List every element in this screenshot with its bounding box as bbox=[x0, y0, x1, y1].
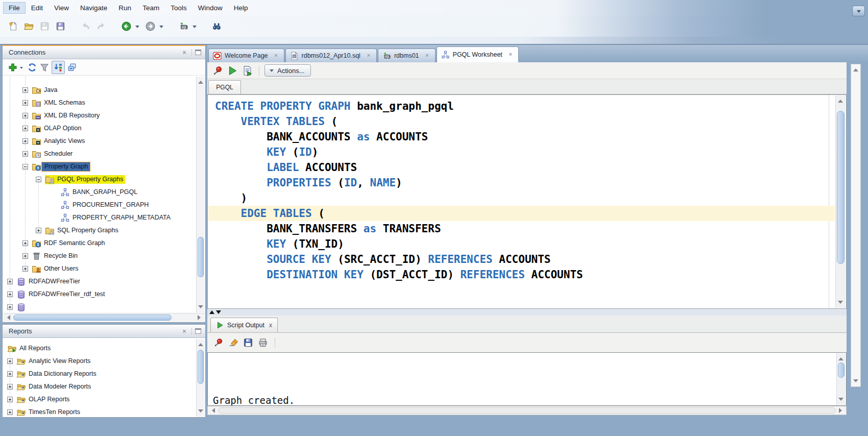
scroll-right-icon[interactable] bbox=[839, 408, 845, 413]
expand-icon[interactable] bbox=[7, 358, 13, 364]
scroll-down-icon[interactable] bbox=[838, 398, 843, 403]
scroll-left-icon[interactable] bbox=[5, 315, 10, 320]
menu-team[interactable]: Team bbox=[137, 2, 165, 14]
new-file-button[interactable] bbox=[6, 19, 19, 33]
close-tab-icon[interactable]: x bbox=[269, 322, 272, 329]
scroll-down-icon[interactable] bbox=[198, 409, 203, 415]
tree-item-java[interactable]: Java bbox=[3, 84, 196, 96]
tree-item-timesten-reports[interactable]: TimesTen Reports bbox=[3, 406, 196, 417]
menu-file[interactable]: File bbox=[3, 2, 26, 14]
sql-worksheet-button[interactable]: SQL bbox=[177, 19, 190, 33]
close-tab-icon[interactable] bbox=[507, 51, 515, 59]
expand-icon[interactable] bbox=[7, 279, 13, 284]
tree-item-xml-schemas[interactable]: XML Schemas bbox=[3, 96, 196, 109]
open-file-button[interactable] bbox=[22, 19, 35, 33]
redo-icon[interactable] bbox=[94, 19, 108, 33]
tree-item-rdfadwfreetier-rdf-test[interactable]: RDFADWFreeTier_rdf_test bbox=[3, 288, 196, 301]
tree-item-sql-property-graphs[interactable]: SQL Property Graphs bbox=[3, 224, 196, 237]
forward-dropdown-icon[interactable] bbox=[159, 26, 163, 30]
pin-icon[interactable] bbox=[212, 65, 223, 76]
expand-icon[interactable] bbox=[36, 228, 41, 233]
connections-horizontal-scrollbar[interactable] bbox=[3, 313, 205, 322]
reports-header[interactable]: Reports bbox=[3, 325, 205, 338]
menu-help[interactable]: Help bbox=[228, 2, 254, 14]
collapse-all-icon[interactable] bbox=[67, 62, 77, 72]
scroll-up-icon[interactable] bbox=[838, 355, 843, 360]
expand-icon[interactable] bbox=[7, 292, 13, 297]
scroll-thumb[interactable] bbox=[837, 111, 845, 264]
tree-item-other-users[interactable]: Other Users bbox=[3, 262, 196, 275]
expand-icon[interactable] bbox=[7, 384, 13, 390]
menu-run[interactable]: Run bbox=[113, 2, 137, 14]
expand-icon[interactable] bbox=[7, 371, 13, 377]
tree-item-bank-graph-pgql[interactable]: BANK_GRAPH_PGQL bbox=[3, 186, 196, 199]
forward-button[interactable] bbox=[143, 19, 157, 33]
search-icon[interactable] bbox=[210, 19, 223, 33]
expand-icon[interactable] bbox=[22, 253, 28, 259]
close-icon[interactable] bbox=[180, 327, 188, 335]
tree-item-rdf-semantic-graph[interactable]: RDF Semantic Graph bbox=[3, 237, 196, 250]
tab-welcome-page[interactable]: Welcome Page bbox=[208, 49, 284, 62]
undo-icon[interactable] bbox=[79, 19, 92, 33]
tree-item-procurement-graph[interactable]: PROCUREMENT_GRAPH bbox=[3, 199, 196, 211]
window-vertical-scrollbar[interactable] bbox=[851, 64, 861, 387]
save-all-button[interactable] bbox=[54, 19, 67, 33]
tree-item-partial[interactable] bbox=[3, 301, 196, 312]
tree-item-property-graph[interactable]: Property Graph bbox=[3, 160, 196, 173]
tab-list-dropdown-button[interactable] bbox=[852, 6, 865, 16]
actions-button[interactable]: Actions... bbox=[264, 64, 311, 77]
scroll-thumb[interactable] bbox=[838, 362, 845, 378]
tree-item-olap-reports[interactable]: OLAP Reports bbox=[3, 393, 196, 406]
splitter[interactable] bbox=[207, 309, 847, 316]
tree-item-olap-option[interactable]: OLAP Option bbox=[3, 122, 196, 135]
close-tab-icon[interactable] bbox=[423, 52, 431, 60]
scroll-down-icon[interactable] bbox=[198, 305, 203, 311]
expand-icon[interactable] bbox=[22, 240, 28, 246]
refresh-icon[interactable] bbox=[27, 62, 37, 72]
menu-view[interactable]: View bbox=[49, 2, 75, 14]
minimize-icon[interactable] bbox=[195, 50, 201, 55]
tree-item-data-dictionary-reports[interactable]: Data Dictionary Reports bbox=[3, 368, 196, 380]
clear-eraser-icon[interactable] bbox=[228, 337, 238, 348]
tree-item-data-modeler-reports[interactable]: Data Modeler Reports bbox=[3, 380, 196, 393]
expand-icon[interactable] bbox=[22, 100, 28, 106]
sql-worksheet-dropdown-icon[interactable] bbox=[192, 26, 197, 30]
save-icon[interactable] bbox=[243, 337, 253, 348]
collapse-icon[interactable] bbox=[36, 177, 41, 182]
save-button[interactable] bbox=[38, 19, 51, 33]
pgql-editor[interactable]: CREATE PROPERTY GRAPH bank_graph_pgql VE… bbox=[207, 94, 847, 309]
scroll-down-icon[interactable] bbox=[838, 301, 843, 306]
collapse-down-icon[interactable] bbox=[216, 310, 221, 314]
back-button[interactable] bbox=[119, 19, 133, 33]
collapse-up-icon[interactable] bbox=[209, 310, 214, 314]
expand-icon[interactable] bbox=[22, 126, 28, 131]
reports-vertical-scrollbar[interactable] bbox=[196, 339, 205, 417]
scroll-left-icon[interactable] bbox=[209, 408, 215, 413]
menu-edit[interactable]: Edit bbox=[26, 2, 49, 14]
collapse-icon[interactable] bbox=[22, 164, 28, 169]
tab-rdbms012-sql[interactable]: rdbms012_Apr10.sql bbox=[285, 49, 377, 62]
tab-rdbms01[interactable]: SQL rdbms01 bbox=[378, 49, 436, 62]
expand-icon[interactable] bbox=[7, 409, 13, 415]
tree-item-pgql-property-graphs[interactable]: PGQL Property Graphs bbox=[3, 173, 196, 186]
run-statement-icon[interactable] bbox=[227, 65, 238, 76]
minimize-icon[interactable] bbox=[195, 328, 201, 334]
scroll-thumb[interactable] bbox=[198, 237, 204, 277]
menu-window[interactable]: Window bbox=[192, 2, 228, 14]
expand-icon[interactable] bbox=[22, 138, 28, 144]
scroll-down-icon[interactable] bbox=[853, 379, 858, 385]
output-horizontal-scrollbar[interactable] bbox=[207, 406, 847, 415]
tree-item-all-reports[interactable]: All Reports bbox=[3, 342, 196, 355]
print-icon[interactable] bbox=[258, 337, 268, 348]
expand-icon[interactable] bbox=[22, 151, 28, 157]
scroll-up-icon[interactable] bbox=[838, 97, 843, 103]
tree-item-analytic-view-reports[interactable]: Analytic View Reports bbox=[3, 355, 196, 368]
tab-pgql-worksheet[interactable]: PGQL Worksheet bbox=[437, 46, 519, 62]
scroll-thumb[interactable] bbox=[218, 407, 836, 414]
pin-icon[interactable] bbox=[213, 337, 224, 348]
filter-icon[interactable] bbox=[39, 62, 50, 72]
menu-tools[interactable]: Tools bbox=[165, 2, 192, 14]
expand-icon[interactable] bbox=[22, 266, 28, 272]
add-connection-dropdown-icon[interactable] bbox=[20, 67, 23, 70]
scroll-thumb[interactable] bbox=[13, 314, 172, 321]
